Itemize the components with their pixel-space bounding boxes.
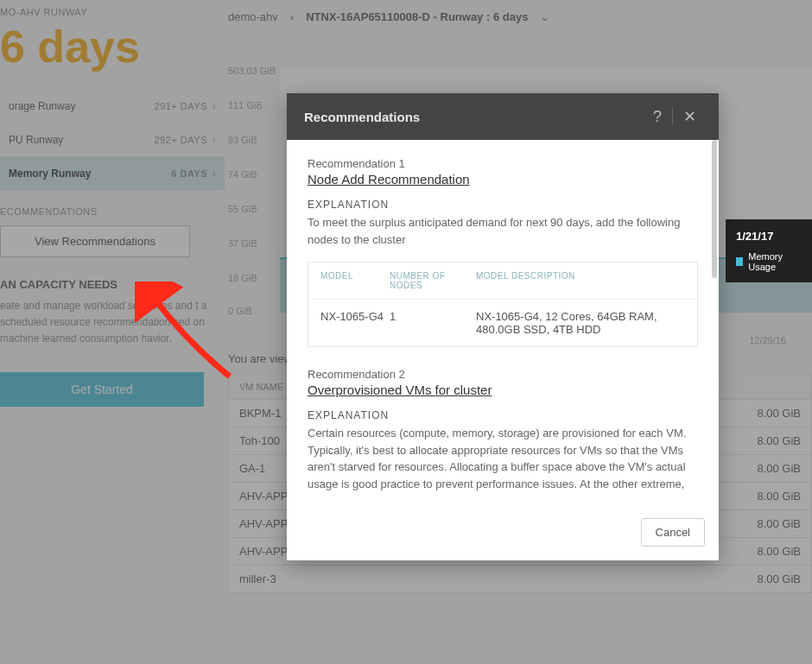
recommendation-label: Recommendation 1 <box>308 157 698 170</box>
explanation-heading: EXPLANATION <box>308 409 698 421</box>
node-add-table: MODEL NUMBER OF NODES MODEL DESCRIPTION … <box>308 262 698 347</box>
recommendations-modal: Recommendations ? ✕ Recommendation 1 Nod… <box>287 93 719 560</box>
modal-title: Recommendations <box>304 110 648 124</box>
node-table-header: MODEL NUMBER OF NODES MODEL DESCRIPTION <box>308 262 697 299</box>
tooltip-date: 1/21/17 <box>736 230 802 243</box>
close-icon[interactable]: ✕ <box>678 107 701 126</box>
col-model-desc: MODEL DESCRIPTION <box>476 271 685 290</box>
node-table-row: NX-1065-G4 1 NX-1065-G4, 12 Cores, 64GB … <box>308 299 697 346</box>
col-model: MODEL <box>320 271 390 290</box>
recommendation-title-link[interactable]: Node Add Recommendation <box>308 172 470 187</box>
modal-footer: Cancel <box>287 509 719 560</box>
recommendation-label: Recommendation 2 <box>308 368 698 381</box>
cancel-button[interactable]: Cancel <box>641 518 705 547</box>
tooltip-series-label: Memory Usage <box>748 251 802 272</box>
divider <box>672 108 673 125</box>
explanation-body: To meet the surplus anticipated demand f… <box>308 214 698 248</box>
explanation-body: Certain resources (compute, memory, stor… <box>308 425 698 492</box>
col-number-nodes: NUMBER OF NODES <box>390 271 476 290</box>
modal-header: Recommendations ? ✕ <box>287 93 719 140</box>
cell-desc: NX-1065-G4, 12 Cores, 64GB RAM, 480.0GB … <box>476 310 685 336</box>
chart-tooltip: 1/21/17 Memory Usage <box>726 219 812 282</box>
help-icon[interactable]: ? <box>648 108 667 126</box>
legend-swatch <box>736 257 743 266</box>
modal-body: Recommendation 1 Node Add Recommendation… <box>287 140 719 509</box>
cell-model: NX-1065-G4 <box>320 310 390 336</box>
explanation-heading: EXPLANATION <box>308 199 698 211</box>
cell-num: 1 <box>390 310 476 336</box>
scrollbar-thumb[interactable] <box>712 140 717 278</box>
recommendation-title-link[interactable]: Overprovisioned VMs for cluster <box>308 383 492 397</box>
